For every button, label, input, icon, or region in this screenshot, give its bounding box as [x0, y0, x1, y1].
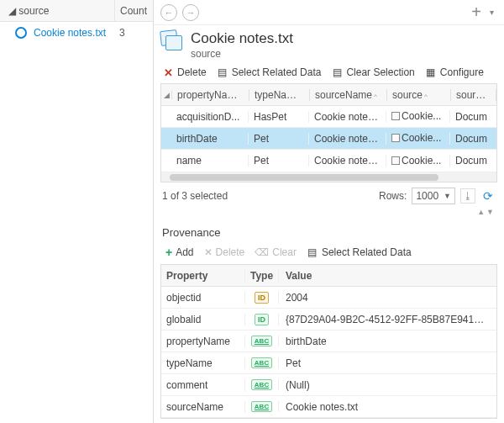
type-text-icon: ABC — [251, 379, 272, 390]
eraser-icon: ⌫ — [255, 246, 269, 258]
records-grid-header: ◢ propertyName^ typeName^ sourceName^ so… — [161, 84, 496, 106]
add-button[interactable]: + — [466, 3, 486, 22]
prov-select-related-button[interactable]: ▤Select Related Data — [307, 246, 412, 258]
col-value[interactable]: Value — [279, 270, 496, 282]
prov-property-cell: sourceName — [161, 401, 245, 413]
prov-value-cell: 2004 — [279, 292, 496, 304]
provenance-action-bar: +Add ✕ Delete ⌫Clear ▤Select Related Dat… — [154, 242, 504, 264]
prov-value-cell: {87D29A04-9B2C-4512-92FF-85B87E941A1B} — [279, 314, 496, 325]
add-menu-chevron-icon[interactable]: ▾ — [486, 8, 497, 17]
source-item-count: 3 — [114, 27, 153, 39]
prov-property-cell: typeName — [161, 357, 245, 369]
provenance-grid: Property Type Value objectidID2004global… — [160, 264, 497, 419]
col-source2[interactable]: source^ — [451, 89, 496, 101]
select-related-button[interactable]: ▤Select Related Data — [217, 66, 322, 78]
doc-mini-icon — [391, 134, 400, 142]
source-list-item[interactable]: Cookie notes.txt 3 — [0, 22, 153, 44]
provenance-grid-header: Property Type Value — [161, 265, 496, 287]
prov-type-cell: ABC — [245, 379, 279, 390]
delete-button[interactable]: ✕Delete — [162, 66, 207, 78]
source-item-label: Cookie notes.txt — [34, 27, 114, 39]
col-property[interactable]: Property — [161, 270, 245, 282]
source-list-panel: ◢ source Count Cookie notes.txt 3 — [0, 0, 154, 423]
doc-mini-icon — [391, 112, 400, 120]
prov-type-cell: ABC — [245, 401, 279, 412]
prov-value-cell: Cookie notes.txt — [279, 401, 496, 413]
selection-status: 1 of 3 selected — [162, 190, 228, 202]
prov-value-cell: birthDate — [279, 336, 496, 347]
provenance-row[interactable]: sourceNameABCCookie notes.txt — [161, 396, 496, 418]
horizontal-scrollbar[interactable] — [161, 172, 496, 182]
prov-type-cell: ABC — [245, 357, 279, 368]
expand-collapse-handle[interactable]: ▲▼ — [154, 208, 504, 216]
col-type[interactable]: Type — [245, 270, 279, 282]
prov-type-cell: ABC — [245, 336, 279, 346]
nav-back-button[interactable]: ← — [160, 4, 177, 21]
prov-property-cell: globalid — [161, 314, 245, 325]
select-related-icon: ▤ — [217, 66, 228, 78]
clear-selection-icon: ▤ — [331, 66, 343, 78]
delete-x-icon: ✕ — [162, 66, 174, 78]
prov-type-cell: ID — [245, 292, 279, 304]
detail-header: Cookie notes.txt source — [154, 25, 504, 63]
table-row[interactable]: acquisitionD... HasPet Cookie notes... C… — [161, 106, 496, 128]
provenance-row[interactable]: typeNameABCPet — [161, 352, 496, 374]
record-action-bar: ✕Delete ▤Select Related Data ▤Clear Sele… — [154, 63, 504, 83]
doc-mini-icon — [391, 156, 400, 165]
col-propertyname[interactable]: propertyName^ — [172, 89, 249, 101]
provenance-row[interactable]: objectidID2004 — [161, 287, 496, 309]
prov-value-cell: Pet — [279, 357, 496, 369]
records-grid: ◢ propertyName^ typeName^ sourceName^ so… — [160, 83, 497, 182]
table-row[interactable]: name Pet Cookie notes... Cookie... Docum — [161, 150, 496, 172]
prov-property-cell: propertyName — [161, 336, 245, 347]
detail-title: Cookie notes.txt — [191, 30, 293, 47]
type-text-icon: ABC — [251, 357, 272, 368]
prov-delete-button: ✕ Delete — [204, 246, 245, 258]
nav-forward-button[interactable]: → — [182, 4, 199, 21]
prov-type-cell: ID — [245, 314, 279, 325]
type-id-icon: ID — [255, 292, 269, 304]
table-row[interactable]: birthDate Pet Cookie notes... Cookie... … — [161, 128, 496, 150]
provenance-row[interactable]: globalidID{87D29A04-9B2C-4512-92FF-85B87… — [161, 309, 496, 330]
download-button[interactable]: ⭳ — [460, 188, 475, 204]
col-header-count[interactable]: Count — [114, 0, 153, 21]
prov-value-cell: (Null) — [279, 379, 496, 391]
col-header-source[interactable]: ◢ source — [0, 5, 114, 17]
top-toolbar: ← → + ▾ — [154, 0, 504, 25]
document-icon — [160, 30, 184, 52]
provenance-title: Provenance — [154, 216, 504, 242]
source-list-header: ◢ source Count — [0, 0, 153, 22]
type-text-icon: ABC — [251, 401, 272, 412]
col-sourcename[interactable]: sourceName^ — [310, 89, 387, 101]
col-source[interactable]: source^ — [387, 89, 451, 101]
prov-property-cell: comment — [161, 379, 245, 391]
chevron-down-icon: ▼ — [444, 192, 451, 200]
grid-status-bar: 1 of 3 selected Rows: 1000▼ ⭳ ⟳ — [154, 182, 504, 208]
configure-button[interactable]: ▦Configure — [425, 66, 484, 78]
provenance-row[interactable]: propertyNameABCbirthDate — [161, 330, 496, 352]
type-text-icon: ABC — [251, 336, 272, 346]
refresh-button[interactable]: ⟳ — [480, 188, 496, 204]
plus-icon: + — [165, 246, 172, 259]
configure-icon: ▦ — [425, 66, 437, 78]
row-selector-header[interactable]: ◢ — [161, 91, 172, 99]
rows-label: Rows: — [379, 190, 407, 202]
radio-icon — [15, 27, 27, 39]
rows-dropdown[interactable]: 1000▼ — [412, 188, 455, 204]
delete-x-icon: ✕ — [204, 246, 213, 258]
select-related-icon: ▤ — [307, 246, 318, 258]
clear-selection-button[interactable]: ▤Clear Selection — [331, 66, 414, 78]
col-typename[interactable]: typeName^ — [249, 89, 310, 101]
prov-add-button[interactable]: +Add — [165, 246, 194, 259]
provenance-row[interactable]: commentABC(Null) — [161, 374, 496, 396]
type-globalid-icon: ID — [255, 314, 269, 325]
detail-subtitle: source — [191, 48, 293, 60]
prov-property-cell: objectid — [161, 292, 245, 304]
prov-clear-button: ⌫Clear — [255, 246, 297, 258]
detail-panel: ← → + ▾ Cookie notes.txt source ✕Delete … — [154, 0, 504, 423]
